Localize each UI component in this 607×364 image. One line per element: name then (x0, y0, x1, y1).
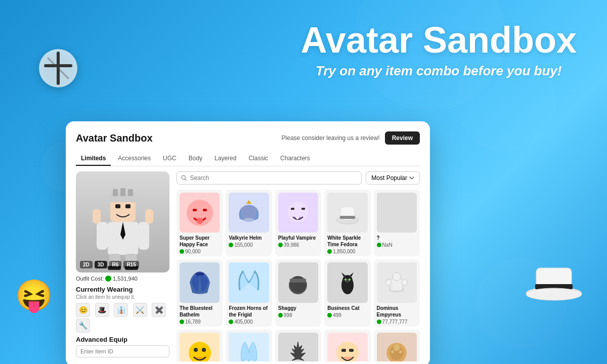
tab-limiteds[interactable]: Limiteds (76, 152, 111, 166)
equipped-item-2[interactable]: 🎩 (95, 303, 109, 317)
item-price-6: 16,789 (180, 319, 220, 325)
item-dominus-empyreus[interactable]: Dominus Empyreus 77,777,777 (374, 259, 420, 326)
svg-point-67 (399, 350, 402, 353)
svg-rect-34 (291, 208, 294, 210)
card-header: Avatar Sandbox Please consider leaving u… (76, 131, 420, 145)
svg-rect-18 (138, 222, 149, 250)
equipped-item-3[interactable]: 👔 (114, 303, 128, 317)
robux-icon-3 (278, 243, 283, 247)
svg-line-26 (185, 179, 186, 180)
svg-point-51 (349, 279, 351, 281)
robux-icon-9 (327, 313, 332, 317)
item-thumb-15 (377, 333, 417, 361)
svg-rect-28 (193, 209, 197, 211)
svg-point-31 (244, 218, 254, 222)
tab-layered[interactable]: Layered (209, 152, 241, 166)
review-button[interactable]: Review (385, 131, 420, 145)
item-name-7: Frozen Horns of the Frigid (229, 305, 269, 318)
item-thumb-5 (377, 193, 417, 233)
robux-icon-10 (377, 320, 381, 324)
robux-icon-5 (377, 243, 381, 247)
item-valkyrie-helm[interactable]: Valkyrie Helm 155,000 (226, 190, 272, 256)
search-box[interactable] (177, 171, 362, 185)
item-row3-4[interactable] (324, 330, 370, 361)
item-thumb-13 (278, 333, 318, 361)
sort-button[interactable]: Most Popular (366, 171, 420, 185)
deco-cross-icon (35, 46, 81, 91)
item-thumb-10 (377, 262, 417, 302)
currently-wearing-title: Currently Wearing (76, 286, 169, 293)
svg-point-58 (194, 348, 198, 352)
item-thumb-4 (327, 193, 367, 233)
tab-body[interactable]: Body (184, 152, 207, 166)
svg-rect-11 (113, 189, 118, 196)
item-white-fedora[interactable]: White Sparkle Time Fedora 1,850,000 (324, 190, 370, 256)
item-super-happy-face[interactable]: Super Super Happy Face 90,000 (177, 190, 223, 256)
svg-rect-41 (196, 272, 204, 276)
robux-icon-8 (278, 313, 283, 317)
view-r15-button[interactable]: R15 (123, 261, 139, 268)
card-header-right: Please consider leaving us a review! Rev… (282, 131, 420, 145)
item-name-9: Business Cat (327, 305, 367, 311)
svg-rect-13 (128, 189, 133, 196)
items-grid: Super Super Happy Face 90,000 Valkyrie H… (177, 190, 420, 361)
item-unknown[interactable]: ? NaN (374, 190, 420, 256)
avatar-preview: 2D 3D R6 R15 (76, 171, 169, 272)
svg-rect-17 (97, 222, 108, 250)
card-title: Avatar Sandbox (76, 132, 153, 144)
svg-rect-29 (203, 209, 207, 211)
main-card: Avatar Sandbox Please consider leaving u… (66, 121, 430, 364)
item-thumb-3 (278, 193, 318, 233)
item-row3-2[interactable] (226, 330, 272, 361)
view-3d-button[interactable]: 3D (95, 261, 107, 268)
view-2d-button[interactable]: 2D (80, 261, 93, 268)
equipped-item-5[interactable]: ✖️ (152, 303, 166, 317)
item-thumb-14 (327, 333, 367, 361)
equipped-item-4[interactable]: ⚔️ (133, 303, 147, 317)
svg-rect-12 (120, 188, 125, 196)
item-name-10: Dominus Empyreus (377, 305, 417, 318)
item-playful-vampire[interactable]: Playful Vampire 39,986 (275, 190, 321, 256)
header-area: Avatar Sandbox Try on any item combo bef… (301, 20, 577, 79)
tab-accessories[interactable]: Accessories (113, 152, 156, 166)
view-r6-button[interactable]: R6 (109, 261, 122, 268)
item-thumb-1 (180, 193, 220, 233)
item-row3-1[interactable] (177, 330, 223, 361)
robux-icon-2 (229, 243, 233, 247)
equipped-item-6[interactable]: 🔧 (76, 318, 90, 333)
item-price-2: 155,000 (229, 242, 269, 248)
item-name-1: Super Super Happy Face (180, 235, 220, 248)
chevron-down-icon (409, 176, 414, 179)
item-price-10: 77,777,777 (377, 319, 417, 325)
item-price-9: 499 (327, 312, 367, 318)
svg-point-25 (182, 175, 186, 179)
tab-ugc[interactable]: UGC (158, 152, 182, 166)
svg-point-54 (393, 272, 401, 281)
item-business-cat[interactable]: Business Cat 499 (324, 259, 370, 326)
svg-point-66 (391, 350, 394, 353)
robux-icon-4 (327, 249, 332, 254)
item-thumb-2 (229, 193, 269, 233)
item-thumb-6 (180, 262, 220, 302)
search-input[interactable] (190, 174, 357, 181)
sort-label: Most Popular (371, 174, 407, 181)
item-id-input[interactable] (76, 345, 169, 357)
page-subtitle: Try on any item combo before you buy! (301, 63, 577, 79)
svg-point-56 (402, 280, 408, 286)
item-row3-3[interactable] (275, 330, 321, 361)
item-thumb-7 (229, 262, 269, 302)
robux-icon-1 (180, 249, 184, 254)
item-row3-5[interactable] (374, 330, 420, 361)
svg-marker-32 (246, 200, 251, 204)
search-row: Most Popular (177, 171, 420, 185)
tab-characters[interactable]: Characters (275, 152, 315, 166)
item-name-5: ? (377, 235, 417, 241)
item-bluesteel-bathelm[interactable]: The Bluesteel Bathelm 16,789 (177, 259, 223, 326)
tab-classic[interactable]: Classic (243, 152, 273, 166)
item-thumb-11 (180, 333, 220, 361)
deco-hat-icon (521, 258, 587, 303)
equipped-item-1[interactable]: 😊 (76, 303, 90, 317)
item-frozen-horns[interactable]: Frozen Horns of the Frigid 405,000 (226, 259, 272, 326)
item-name-6: The Bluesteel Bathelm (180, 305, 220, 318)
item-shaggy[interactable]: Shaggy 998 (275, 259, 321, 326)
